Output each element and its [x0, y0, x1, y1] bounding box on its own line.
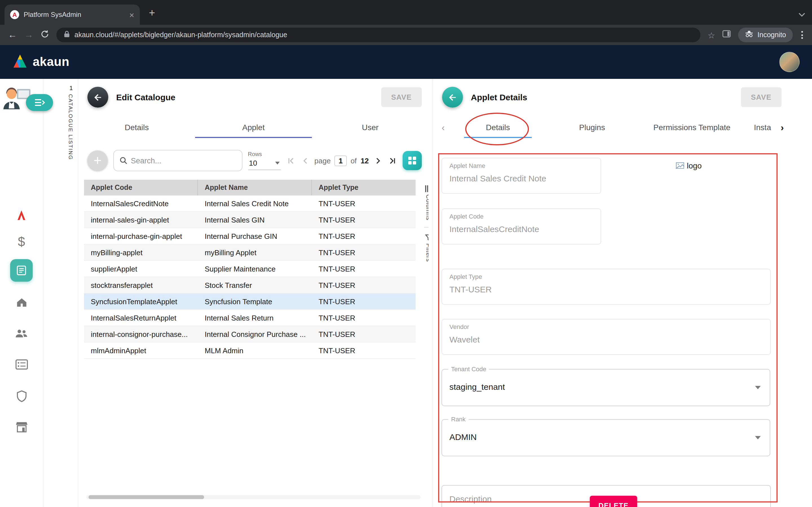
columns-tool-button[interactable]: Columns: [425, 194, 428, 220]
table-row[interactable]: supplierApplet Supplier Maintenance TNT-…: [84, 261, 416, 277]
screen: A Platform SysAdmin × + ← → akaun.cloud/…: [0, 0, 812, 507]
toolbar-actions: ☆ Incognito: [708, 27, 804, 42]
applet-type-label: Applet Type: [449, 273, 482, 280]
tab-details[interactable]: Details: [79, 117, 195, 138]
current-page[interactable]: 1: [335, 155, 347, 166]
applet-code-value: InternalSalesCreditNote: [449, 224, 539, 234]
sidebar-item-catalogue-active[interactable]: [10, 259, 33, 282]
url-bar[interactable]: akaun.cloud/#/applets/bigledger/akaun-pl…: [56, 27, 700, 42]
rank-value: ADMIN: [449, 432, 477, 442]
add-button[interactable]: +: [87, 151, 108, 171]
vendor-value: Wavelet: [449, 335, 479, 344]
pagination: page 1 of 12: [286, 155, 397, 166]
scrollbar-thumb[interactable]: [89, 495, 204, 499]
page-word: page: [314, 156, 331, 165]
rows-per-page[interactable]: Rows 10: [248, 151, 281, 170]
applet-type-field[interactable]: Applet Type TNT-USER: [442, 269, 771, 305]
tabs-scroll-right-icon[interactable]: ›: [781, 122, 784, 132]
tab-search-chevron-icon[interactable]: [799, 9, 805, 19]
sidebar: $: [0, 79, 43, 507]
vendor-field[interactable]: Vendor Wavelet: [442, 319, 771, 355]
tenant-code-select[interactable]: Tenant Code staging_tenant: [442, 369, 770, 406]
save-button-right[interactable]: SAVE: [741, 87, 781, 107]
browser-toolbar: ← → akaun.cloud/#/applets/bigledger/akau…: [0, 25, 812, 45]
tab-close-icon[interactable]: ×: [129, 10, 134, 19]
tab-applet[interactable]: Applet: [195, 117, 312, 138]
back-button[interactable]: ←: [8, 31, 17, 40]
menu-icon: [34, 99, 45, 107]
next-page-button[interactable]: [373, 156, 383, 166]
tab-permissions-template[interactable]: Permissions Template: [633, 117, 751, 138]
filters-tool-button[interactable]: Filters: [425, 243, 428, 262]
table-side-tools: Columns Filters: [422, 180, 428, 262]
side-panel-icon[interactable]: [723, 30, 731, 40]
browser-tab[interactable]: A Platform SysAdmin ×: [4, 4, 140, 25]
save-button-left[interactable]: SAVE: [381, 87, 422, 107]
sidebar-item-home[interactable]: [14, 295, 29, 310]
prev-page-button[interactable]: [300, 156, 310, 166]
sidebar-item-security[interactable]: [14, 389, 29, 403]
shield-icon: [15, 390, 28, 402]
tenant-code-value: staging_tenant: [449, 382, 505, 392]
users-icon: [15, 328, 28, 339]
column-header-applet-type[interactable]: Applet Type: [312, 180, 416, 195]
table-row-selected[interactable]: SyncfusionTemplateApplet Syncfusion Temp…: [84, 293, 416, 310]
column-header-applet-code[interactable]: Applet Code: [84, 180, 198, 195]
left-tabs: Details Applet User: [79, 117, 428, 138]
first-page-button[interactable]: [286, 156, 296, 166]
new-tab-button[interactable]: +: [149, 7, 155, 18]
panel-header: Applet Details SAVE: [433, 79, 788, 108]
tab-user[interactable]: User: [312, 117, 428, 138]
applet-code-field[interactable]: Applet Code InternalSalesCreditNote: [442, 209, 601, 244]
chevron-down-icon: [755, 436, 761, 439]
sidebar-item-records[interactable]: [14, 357, 29, 372]
table-row[interactable]: myBilling-applet myBilling Applet TNT-US…: [84, 244, 416, 261]
column-header-applet-name[interactable]: Applet Name: [198, 180, 312, 195]
rail-title: CATALOGUE LISTING: [68, 94, 74, 160]
horizontal-scrollbar[interactable]: [86, 495, 421, 499]
delete-button[interactable]: DELETE: [590, 496, 637, 507]
bookmark-star-icon[interactable]: ☆: [708, 31, 715, 39]
forward-button[interactable]: →: [24, 31, 33, 40]
sidebar-item-red-app[interactable]: [14, 208, 29, 223]
logo-broken-image: logo: [675, 161, 702, 170]
panel-header: Edit Catalogue SAVE: [79, 79, 428, 108]
table-row[interactable]: InternalSalesReturnApplet Internal Sales…: [84, 310, 416, 326]
reload-button[interactable]: [41, 30, 49, 40]
rows-value: 10: [249, 159, 257, 167]
tab-installation-truncated[interactable]: Insta: [754, 117, 780, 138]
tab-details-right[interactable]: Details: [464, 117, 532, 138]
description-placeholder: Description: [449, 494, 492, 504]
incognito-label: Incognito: [758, 31, 786, 39]
back-button-catalogue[interactable]: [87, 87, 108, 108]
table-row[interactable]: stocktransferapplet Stock Transfer TNT-U…: [84, 277, 416, 293]
tab-plugins[interactable]: Plugins: [558, 117, 626, 138]
user-avatar[interactable]: [779, 52, 800, 72]
of-word: of: [350, 156, 357, 165]
tabs-scroll-left-icon[interactable]: ‹: [437, 122, 450, 132]
table-row[interactable]: internal-consignor-purchase... Internal …: [84, 326, 416, 342]
rail-label: 1 CATALOGUE LISTING: [65, 84, 77, 160]
table-row[interactable]: mlmAdminApplet MLM Admin TNT-USER: [84, 342, 416, 359]
last-page-button[interactable]: [387, 156, 397, 166]
table-row[interactable]: InternalSalesCreditNote Internal Sales C…: [84, 195, 416, 212]
rank-select[interactable]: Rank ADMIN: [442, 419, 770, 456]
applet-name-field[interactable]: Applet Name Internal Sales Credit Note: [442, 158, 601, 194]
back-button-details[interactable]: [442, 87, 463, 108]
sidebar-item-users[interactable]: [14, 326, 29, 341]
table-row[interactable]: internal-sales-gin-applet Internal Sales…: [84, 212, 416, 228]
url-text: akaun.cloud/#/applets/bigledger/akaun-pl…: [74, 31, 287, 39]
sidebar-toggle-button[interactable]: [26, 94, 53, 111]
total-pages: 12: [361, 156, 369, 165]
divider: [424, 227, 428, 228]
search-input[interactable]: [131, 156, 236, 165]
applet-table: Applet Code Applet Name Applet Type Inte…: [84, 180, 428, 359]
sidebar-item-store[interactable]: [14, 420, 29, 434]
table-row[interactable]: internal-purchase-gin-applet Internal Pu…: [84, 228, 416, 244]
browser-menu-icon[interactable]: [800, 30, 804, 40]
rail-index: 1: [65, 84, 77, 91]
incognito-badge: Incognito: [739, 27, 793, 42]
sidebar-item-billing[interactable]: $: [14, 234, 29, 249]
grid-view-button[interactable]: [403, 151, 422, 170]
persona-block: [1, 84, 57, 118]
